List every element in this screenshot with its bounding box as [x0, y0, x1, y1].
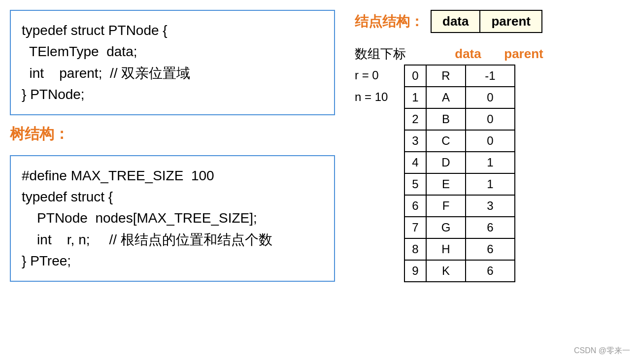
table-row: 5E1: [404, 173, 515, 195]
cell-parent-3: 0: [466, 130, 515, 152]
cell-data-6: F: [426, 195, 466, 217]
data-table: 0R-11A02B03C04D15E16F37G68H69K6: [404, 65, 515, 282]
cell-data-7: G: [426, 217, 466, 238]
cell-parent-7: 6: [466, 217, 515, 238]
cell-data-4: D: [426, 152, 466, 173]
cell-parent-2: 0: [466, 108, 515, 130]
row-labels-col: r = 0 n = 10: [355, 65, 404, 281]
cell-parent-8: 6: [466, 238, 515, 260]
node-cells-container: data parent: [431, 10, 542, 33]
cell-index-4: 4: [404, 152, 426, 173]
cell-index-7: 7: [404, 217, 426, 238]
table-row: 4D1: [404, 152, 515, 173]
cell-index-6: 6: [404, 195, 426, 217]
row-label-spacer-9: [355, 260, 404, 281]
cell-parent-1: 0: [466, 87, 515, 108]
cell-data-9: K: [426, 260, 466, 282]
cell-index-2: 2: [404, 108, 426, 130]
row-label-spacer-6: [355, 195, 404, 216]
col-data-label2: data: [443, 46, 493, 62]
cell-index-5: 5: [404, 173, 426, 195]
table-row: 2B0: [404, 108, 515, 130]
right-panel: 结点结构： data parent 数组下标 data parent r = 0…: [350, 10, 628, 354]
table-row: 3C0: [404, 130, 515, 152]
ptree-code: #define MAX_TREE_SIZE 100 typedef struct…: [22, 165, 323, 272]
cell-data-0: R: [426, 65, 466, 87]
cell-index-1: 1: [404, 87, 426, 108]
col-header-row: 数组下标 data parent: [355, 43, 551, 65]
left-panel: typedef struct PTNode { TElemType data; …: [10, 10, 335, 354]
cell-data-8: H: [426, 238, 466, 260]
cell-index-0: 0: [404, 65, 426, 87]
row-label-spacer-8: [355, 238, 404, 260]
row-label-1: n = 10: [355, 86, 404, 108]
node-structure-section: 结点结构： data parent: [355, 10, 542, 33]
array-index-header: 数组下标: [355, 45, 414, 63]
cell-parent-9: 6: [466, 260, 515, 282]
table-row: 1A0: [404, 87, 515, 108]
node-cell-parent: parent: [480, 11, 541, 32]
cell-parent-0: -1: [466, 65, 515, 87]
table-row: 6F3: [404, 195, 515, 217]
cell-index-3: 3: [404, 130, 426, 152]
cell-index-8: 8: [404, 238, 426, 260]
row-label-spacer-7: [355, 216, 404, 238]
row-label-spacer-5: [355, 173, 404, 195]
table-section: 数组下标 data parent r = 0 n = 10: [355, 43, 551, 282]
ptnode-code: typedef struct PTNode { TElemType data; …: [22, 20, 323, 105]
table-row: 8H6: [404, 238, 515, 260]
table-row: 9K6: [404, 260, 515, 282]
cell-data-1: A: [426, 87, 466, 108]
cell-parent-4: 1: [466, 152, 515, 173]
ptree-code-box: #define MAX_TREE_SIZE 100 typedef struct…: [10, 155, 335, 282]
node-cell-data: data: [432, 11, 480, 32]
left-labels: 数组下标 data parent r = 0 n = 10: [355, 43, 551, 282]
row-label-spacer-2: [355, 108, 404, 130]
cell-data-2: B: [426, 108, 466, 130]
ptnode-code-box: typedef struct PTNode { TElemType data; …: [10, 10, 335, 115]
cell-data-5: E: [426, 173, 466, 195]
table-row: 7G6: [404, 217, 515, 238]
cell-index-9: 9: [404, 260, 426, 282]
node-structure-label: 结点结构：: [355, 12, 424, 31]
cell-data-3: C: [426, 130, 466, 152]
table-row: 0R-1: [404, 65, 515, 87]
row-label-0: r = 0: [355, 65, 404, 86]
tree-label: 树结构：: [10, 124, 335, 144]
table-body: r = 0 n = 10 0R-11A02B03C04D15E16F37G68H…: [355, 65, 551, 282]
cell-parent-6: 3: [466, 195, 515, 217]
cell-parent-5: 1: [466, 173, 515, 195]
col-parent-label: parent: [497, 46, 551, 62]
watermark: CSDN @零来一: [574, 346, 630, 356]
row-label-spacer-3: [355, 130, 404, 151]
row-label-spacer-4: [355, 151, 404, 173]
